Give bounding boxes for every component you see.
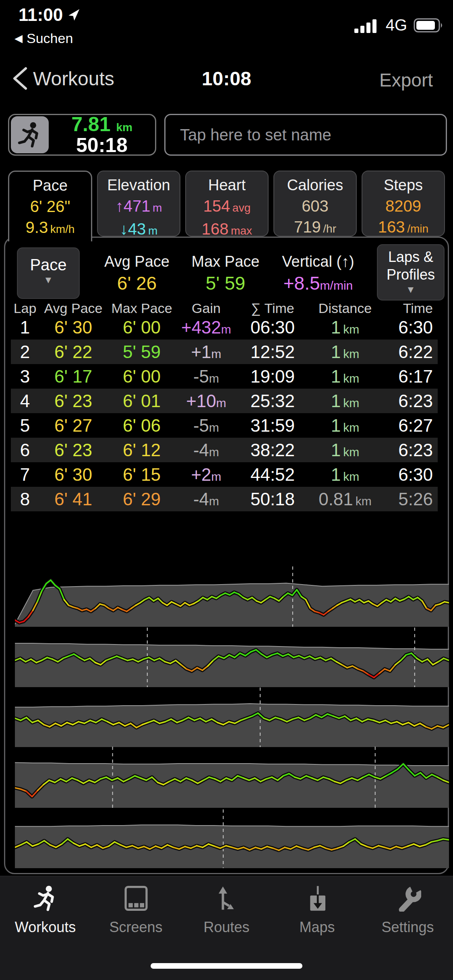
tabbar-label: Routes: [181, 919, 272, 936]
cumulative-time-cell: 50:18: [236, 489, 309, 509]
tabbar-label: Settings: [362, 919, 453, 936]
distance-cell: 1 km: [309, 440, 381, 460]
gain-cell: -5m: [176, 366, 236, 387]
tabbar-item-workouts[interactable]: Workouts: [0, 876, 91, 980]
tab-value: 154 avg: [186, 196, 268, 218]
gain-cell: +2m: [176, 465, 236, 485]
distance-cell: 1 km: [309, 366, 381, 387]
tabbar-label: Screens: [91, 919, 181, 936]
stat-value: 6' 26: [89, 271, 185, 296]
activity-type-tile: [11, 116, 49, 153]
distance-cell: 0.81 km: [309, 489, 381, 509]
tab-steps[interactable]: Steps8209163 /min: [362, 171, 445, 237]
cumulative-time-cell: 25:32: [236, 391, 309, 411]
stat-label: Vertical (↑): [270, 252, 366, 271]
lap-row: 66' 236' 12-4m38:221 km6:23: [11, 438, 438, 462]
distance-cell: 1 km: [309, 317, 381, 338]
metric-selector-label: Pace: [18, 255, 79, 274]
lap-number: 4: [11, 391, 39, 411]
tab-value: 9.3 km/h: [9, 217, 91, 240]
profile-chart-1[interactable]: [15, 566, 449, 627]
lap-time-cell: 6:27: [381, 416, 438, 436]
max-pace-cell: 6' 01: [108, 391, 176, 411]
laps-profiles-selector-button[interactable]: Laps & Profiles ▼: [377, 244, 445, 301]
max-pace-cell: 6' 29: [108, 489, 176, 509]
lap-row: 76' 306' 15+2m44:521 km6:30: [11, 462, 438, 487]
network-type-label: 4G: [386, 16, 407, 34]
workout-name-input[interactable]: [164, 114, 447, 156]
tab-pace[interactable]: Pace6' 26"9.3 km/h: [8, 171, 92, 241]
back-triangle-icon: ◀: [14, 32, 23, 45]
tab-label: Heart: [186, 175, 268, 196]
column-header: ∑ Time: [236, 301, 309, 316]
lap-number: 8: [11, 489, 39, 509]
runner-icon: [17, 121, 43, 148]
workout-summary-card: 7.81 km 50:18: [8, 114, 156, 156]
lap-number: 1: [11, 317, 39, 338]
tab-heart[interactable]: Heart154 avg168 max: [185, 171, 269, 237]
lap-row: 56' 276' 06-5m31:591 km6:27: [11, 413, 438, 438]
lap-time-cell: 6:22: [381, 342, 438, 362]
lap-number: 5: [11, 416, 39, 436]
distance-cell: 1 km: [309, 391, 381, 411]
lap-number: 6: [11, 440, 39, 460]
distance-cell: 1 km: [309, 416, 381, 436]
column-header: Distance: [309, 301, 381, 316]
chevron-down-icon: ▼: [378, 284, 444, 296]
tab-elevation[interactable]: Elevation↑471 m↓43 m: [97, 171, 180, 237]
profile-chart-4[interactable]: [15, 746, 449, 808]
status-clock: 11:00: [19, 5, 63, 25]
back-to-app-link[interactable]: ◀ Suchen: [14, 31, 73, 46]
export-button[interactable]: Export: [379, 69, 433, 91]
status-time-group: 11:00: [19, 5, 81, 25]
lap-table-header: LapAvg PaceMax PaceGain∑ TimeDistanceTim…: [11, 301, 438, 315]
gain-cell: -5m: [176, 416, 236, 436]
gain-cell: -4m: [176, 440, 236, 460]
chevron-down-icon: ▼: [18, 274, 79, 286]
total-duration: 50:18: [49, 135, 155, 155]
home-indicator[interactable]: [151, 963, 302, 969]
screens-icon: [123, 885, 149, 912]
metric-selector-button[interactable]: Pace ▼: [17, 247, 80, 299]
tabbar-label: Workouts: [0, 919, 91, 936]
max-pace-cell: 6' 06: [108, 416, 176, 436]
stat-value: 5' 59: [177, 271, 274, 296]
max-pace-cell: 6' 15: [108, 465, 176, 485]
previous-app-label: Suchen: [27, 31, 73, 46]
maps-icon: [304, 885, 331, 912]
avg-pace-cell: 6' 30: [39, 465, 108, 485]
tab-value: 719 /hr: [274, 216, 356, 239]
max-pace-cell: 6' 00: [108, 317, 176, 338]
lap-number: 2: [11, 342, 39, 362]
max-pace-cell: 5' 59: [108, 342, 176, 362]
status-right-group: 4G: [354, 16, 444, 34]
total-distance: 7.81 km: [49, 114, 155, 134]
distance-cell: 1 km: [309, 465, 381, 485]
stat-vertical-: Vertical (↑) +8.5m/min: [270, 252, 366, 298]
tabbar-item-settings[interactable]: Settings: [362, 876, 453, 980]
laps-selector-line2: Profiles: [378, 266, 444, 284]
profile-chart-5[interactable]: [15, 809, 449, 868]
stat-label: Avg Pace: [89, 252, 185, 271]
column-header: Lap: [11, 301, 39, 316]
location-arrow-icon: [67, 8, 81, 22]
profile-chart-3[interactable]: [15, 687, 449, 747]
tab-calories[interactable]: Calories603719 /hr: [273, 171, 357, 237]
gain-cell: -4m: [176, 489, 236, 509]
lap-table: LapAvg PaceMax PaceGain∑ TimeDistanceTim…: [11, 301, 438, 511]
avg-pace-cell: 6' 23: [39, 391, 108, 411]
gain-cell: +432m: [176, 317, 236, 338]
profile-chart-2[interactable]: [15, 627, 449, 687]
tab-value: 603: [274, 196, 356, 216]
column-header: Gain: [176, 301, 236, 316]
battery-icon: [414, 18, 444, 33]
lap-number: 3: [11, 366, 39, 387]
lap-time-cell: 6:30: [381, 317, 438, 338]
max-pace-cell: 6' 00: [108, 366, 176, 387]
lap-row: 86' 416' 29-4m50:180.81 km5:26: [11, 487, 438, 511]
cumulative-time-cell: 12:52: [236, 342, 309, 362]
avg-pace-cell: 6' 23: [39, 440, 108, 460]
workout-detail-panel: Pace ▼ Avg Pace 6' 26Max Pace 5' 59Verti…: [4, 237, 449, 874]
avg-pace-cell: 6' 17: [39, 366, 108, 387]
runner-icon: [32, 885, 59, 912]
